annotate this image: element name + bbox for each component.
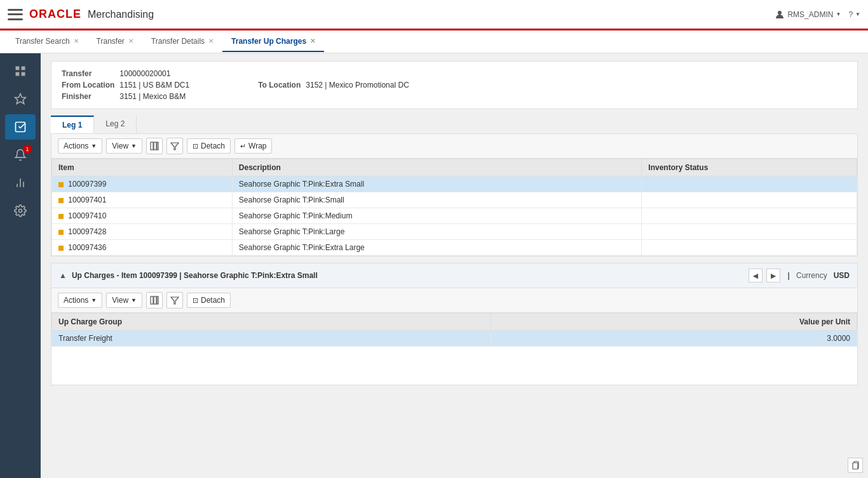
row-indicator: [58, 182, 64, 187]
sidebar-item-favorites[interactable]: [5, 86, 36, 112]
item-description-cell: Seahorse Graphic T:Pink:Extra Small: [232, 176, 641, 192]
copy-icon: [851, 461, 860, 470]
up-charges-actions-button[interactable]: Actions ▼: [58, 293, 102, 308]
svg-rect-12: [154, 142, 156, 150]
item-description-cell: Seahorse Graphic T:Pink:Medium: [232, 208, 641, 224]
tab-transfer-details-close[interactable]: ✕: [208, 37, 214, 44]
items-view-chevron: ▼: [131, 143, 137, 149]
svg-rect-13: [157, 142, 158, 150]
up-charges-filter-button[interactable]: [166, 292, 183, 309]
svg-marker-5: [15, 94, 26, 104]
tab-transfer-search[interactable]: Transfer Search ✕: [6, 32, 88, 52]
svg-rect-19: [853, 463, 858, 469]
row-indicator: [58, 214, 64, 219]
tab-transfer-close[interactable]: ✕: [128, 37, 133, 44]
item-inventory-status-cell: [642, 176, 857, 192]
list-item[interactable]: Transfer Freight 3.0000: [52, 331, 857, 347]
svg-rect-11: [151, 142, 153, 150]
item-description-cell: Seahorse Graphic T:Pink:Small: [232, 192, 641, 208]
items-detach-icon: ⊡: [193, 142, 198, 150]
up-charges-view-label: View: [112, 296, 128, 305]
up-charges-detach-button[interactable]: ⊡ Detach: [187, 293, 231, 308]
from-location-label: From Location: [62, 79, 119, 91]
tab-transfer-up-charges[interactable]: Transfer Up Charges ✕: [222, 32, 324, 52]
tab-transfer-up-charges-label: Transfer Up Charges: [231, 37, 306, 46]
up-charge-group-cell: Transfer Freight: [52, 331, 491, 347]
up-charges-toolbar: Actions ▼ View ▼: [51, 288, 857, 313]
up-charges-detach-icon: ⊡: [193, 296, 198, 305]
table-row[interactable]: 100097401 Seahorse Graphic T:Pink:Small: [52, 192, 857, 208]
items-actions-label: Actions: [64, 142, 88, 150]
help-button[interactable]: ? ▼: [848, 10, 860, 19]
leg-tabs-container: Leg 1 Leg 2: [51, 116, 858, 133]
items-filter-button[interactable]: [166, 138, 183, 154]
sidebar-item-tasks[interactable]: [5, 114, 36, 140]
row-indicator: [58, 230, 64, 235]
hamburger-menu[interactable]: [8, 9, 23, 20]
item-description-cell: Seahorse Graphic T:Pink:Extra Large: [232, 240, 641, 256]
layout: 1 Transfer 100000020001: [0, 53, 868, 478]
svg-rect-2: [22, 67, 25, 70]
up-charges-table: Up Charge Group Value per Unit Transfer …: [51, 313, 857, 347]
tab-transfer-details-label: Transfer Details: [151, 37, 205, 46]
oracle-logo: ORACLE: [29, 8, 81, 21]
up-charges-col-value: Value per Unit: [491, 314, 857, 331]
items-detach-label: Detach: [201, 142, 225, 150]
items-actions-chevron: ▼: [91, 143, 97, 149]
svg-marker-18: [171, 297, 179, 304]
sidebar-item-settings[interactable]: [5, 198, 36, 223]
items-wrap-icon: ↵: [240, 142, 246, 150]
tab-transfer[interactable]: Transfer ✕: [88, 32, 142, 52]
app-title: Merchandising: [88, 9, 154, 20]
tab-bar: Transfer Search ✕ Transfer ✕ Transfer De…: [0, 30, 868, 53]
sidebar-item-reports[interactable]: [5, 170, 36, 196]
up-charges-filter-icon: [170, 296, 179, 305]
tab-transfer-up-charges-close[interactable]: ✕: [310, 37, 315, 44]
item-number-cell: 100097401: [52, 192, 233, 208]
up-charges-item-number: 100097399: [139, 271, 177, 280]
help-icon: ?: [848, 10, 853, 19]
items-actions-button[interactable]: Actions ▼: [58, 138, 102, 154]
leg-tab-2[interactable]: Leg 2: [94, 116, 137, 133]
user-info[interactable]: RMS_ADMIN ▼: [775, 10, 841, 20]
sidebar-item-notifications[interactable]: 1: [5, 142, 36, 168]
items-wrap-label: Wrap: [248, 142, 266, 150]
items-col-inventory-status: Inventory Status: [642, 159, 857, 176]
svg-rect-16: [154, 296, 156, 304]
item-number-cell: 100097428: [52, 224, 233, 240]
items-col-description: Description: [232, 159, 641, 176]
prev-item-button[interactable]: ◀: [749, 269, 763, 282]
row-indicator: [58, 246, 64, 251]
collapse-icon[interactable]: ▲: [59, 271, 67, 280]
star-icon: [14, 93, 27, 105]
table-row[interactable]: 100097428 Seahorse Graphic T:Pink:Large: [52, 224, 857, 240]
item-inventory-status-cell: [642, 208, 857, 224]
items-detach-button[interactable]: ⊡ Detach: [187, 138, 231, 154]
svg-marker-14: [171, 143, 179, 150]
notification-badge: 1: [23, 145, 32, 154]
currency-value: USD: [834, 271, 850, 280]
svg-rect-17: [157, 296, 158, 304]
sidebar-item-menu[interactable]: [5, 58, 36, 84]
items-wrap-button[interactable]: ↵ Wrap: [234, 138, 272, 154]
row-indicator: [58, 198, 64, 203]
up-charges-columns-button[interactable]: [146, 292, 163, 309]
next-item-button[interactable]: ▶: [766, 269, 780, 282]
gear-icon: [14, 204, 27, 217]
leg-tab-1[interactable]: Leg 1: [51, 116, 94, 133]
table-row[interactable]: 100097436 Seahorse Graphic T:Pink:Extra …: [52, 240, 857, 256]
items-view-button[interactable]: View ▼: [106, 138, 142, 154]
main-content: Transfer 100000020001 From Location 1151…: [41, 53, 868, 478]
item-description-cell: Seahorse Graphic T:Pink:Large: [232, 224, 641, 240]
currency-label: Currency: [796, 271, 827, 280]
table-row[interactable]: 100097399 Seahorse Graphic T:Pink:Extra …: [52, 176, 857, 192]
top-bar-left: ORACLE Merchandising: [8, 8, 154, 21]
items-columns-button[interactable]: [146, 138, 163, 154]
copy-button[interactable]: [848, 458, 863, 473]
up-charges-view-button[interactable]: View ▼: [106, 293, 142, 308]
item-inventory-status-cell: [642, 192, 857, 208]
tab-transfer-search-close[interactable]: ✕: [74, 37, 79, 44]
svg-rect-1: [16, 67, 20, 70]
table-row[interactable]: 100097410 Seahorse Graphic T:Pink:Medium: [52, 208, 857, 224]
tab-transfer-details[interactable]: Transfer Details ✕: [142, 32, 222, 52]
